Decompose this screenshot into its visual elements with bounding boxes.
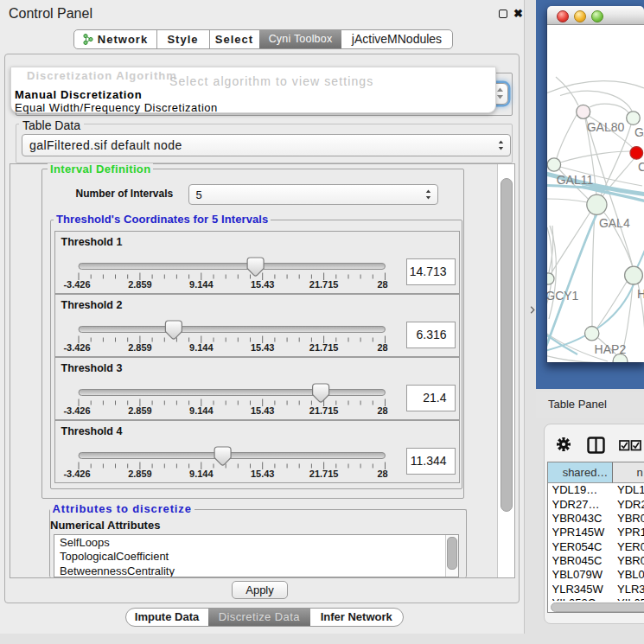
svg-text:21.715: 21.715 — [309, 405, 338, 416]
svg-text:2.859: 2.859 — [128, 279, 152, 290]
svg-text:GAL80: GAL80 — [587, 120, 625, 134]
svg-text:-3.426: -3.426 — [63, 405, 90, 416]
svg-text:28: 28 — [377, 405, 387, 416]
svg-text:21.715: 21.715 — [309, 279, 338, 290]
svg-text:28: 28 — [377, 279, 387, 290]
svg-text:21.715: 21.715 — [309, 342, 338, 353]
svg-text:28: 28 — [377, 469, 387, 479]
svg-text:9.144: 9.144 — [189, 405, 214, 416]
svg-text:15.43: 15.43 — [250, 279, 274, 290]
svg-text:GAL11: GAL11 — [557, 173, 594, 187]
svg-text:-3.426: -3.426 — [63, 342, 90, 353]
svg-text:21.715: 21.715 — [309, 469, 338, 479]
svg-text:CD: CD — [638, 160, 644, 174]
svg-text:15.43: 15.43 — [250, 469, 274, 479]
svg-text:9.144: 9.144 — [189, 469, 214, 479]
svg-text:15.43: 15.43 — [250, 405, 274, 416]
svg-text:GAL4: GAL4 — [599, 216, 630, 230]
svg-text:2.859: 2.859 — [128, 342, 152, 353]
svg-text:15.43: 15.43 — [250, 342, 274, 353]
svg-text:9.144: 9.144 — [189, 342, 214, 353]
svg-text:-3.426: -3.426 — [63, 279, 90, 290]
svg-text:2.859: 2.859 — [128, 405, 152, 416]
svg-text:-3.426: -3.426 — [63, 469, 90, 479]
svg-text:28: 28 — [377, 342, 387, 353]
svg-text:9.144: 9.144 — [189, 279, 214, 290]
svg-text:HAP2: HAP2 — [595, 342, 627, 356]
svg-text:GAL3: GAL3 — [634, 125, 644, 139]
svg-text:GCY1: GCY1 — [547, 289, 579, 303]
svg-text:2.859: 2.859 — [128, 469, 152, 479]
svg-text:HIS: HIS — [637, 287, 644, 301]
